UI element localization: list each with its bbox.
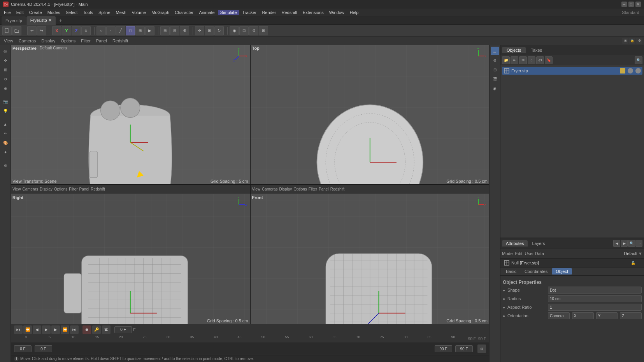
vm-filter[interactable]: Filter [79,38,93,44]
fv-cameras[interactable]: Cameras [262,187,278,191]
end-frame-display2[interactable] [455,345,473,352]
menu-window[interactable]: Window [327,10,347,15]
tree-item-fryer[interactable]: Fryer.stp [502,67,642,75]
lt-scale-btn[interactable]: ⊞ [1,65,10,74]
render-btn[interactable]: ◉ [230,26,239,35]
auto-key-btn[interactable]: 🔑 [92,325,101,334]
vm-panel[interactable]: Panel [94,38,109,44]
prev-key-btn[interactable]: ⏪ [23,325,32,334]
attr-more2-btn[interactable]: ⋯ [637,261,641,265]
menu-redshift[interactable]: Redshift [279,10,299,15]
lt-polygon-btn[interactable]: ▲ [1,120,10,128]
fv-redshift[interactable]: Redshift [330,187,345,191]
attr-edit-btn[interactable]: Edit [515,251,523,256]
menu-spline[interactable]: Spline [96,10,113,15]
lt-lights-btn[interactable]: 💡 [1,107,10,115]
obj-edit-btn[interactable]: ✏ [511,56,518,64]
fv-options[interactable]: Options [293,187,307,191]
tl-settings-btn[interactable]: ⚙ [477,345,486,353]
attr-more-btn[interactable]: ⋯ [635,240,642,247]
motion-clip-btn[interactable]: 📽 [102,325,111,334]
attr-coordinates-tab[interactable]: Coordinates [521,268,551,275]
rv-display[interactable]: Display [40,187,53,191]
poly-mode-btn[interactable]: ◻ [126,26,135,35]
lt-select-btn[interactable]: ◎ [1,47,10,55]
object-mode-btn[interactable]: ○ [97,26,106,35]
grid-snap-btn[interactable]: ⊟ [170,26,179,35]
render-region-btn[interactable]: ⊞ [259,26,268,35]
radius-value[interactable]: 10 cm [548,295,642,302]
rv-redshift[interactable]: Redshift [91,187,105,191]
obj-view-btn[interactable]: 👁 [519,56,527,64]
tab-takes[interactable]: Takes [526,47,547,53]
fv-panel[interactable]: Panel [319,187,329,191]
vm-display[interactable]: Display [39,38,58,44]
rib-objects-btn[interactable]: ☰ [491,47,499,55]
record-btn[interactable]: ⏺ [82,325,91,334]
lt-camera-btn[interactable]: 📷 [1,97,10,106]
rv-cameras[interactable]: Cameras [23,187,39,191]
render-settings-btn[interactable]: ⚙ [249,26,258,35]
menu-create[interactable]: Create [27,10,44,15]
menu-help[interactable]: Help [347,10,361,15]
vm-redshift[interactable]: Redshift [110,38,130,44]
tab-fryer-2[interactable]: Fryer.stp ✕ [26,16,56,25]
coords-btn[interactable]: ⊕ [81,26,91,35]
menu-mesh[interactable]: Mesh [114,10,129,15]
move-tool-btn[interactable]: ✛ [195,26,204,35]
tab-objects[interactable]: Objects [502,47,526,53]
viewport-right[interactable]: View Cameras Display Options Filter Pane… [11,185,250,324]
rib-attr-btn[interactable]: ⚙ [491,56,499,65]
add-tab-button[interactable]: + [56,17,65,24]
rv-view[interactable]: View [12,187,21,191]
undo-button[interactable]: ↩ [27,26,37,35]
uv-mode-btn[interactable]: ⊞ [135,26,145,35]
attr-nav-fwd-btn[interactable]: ▶ [621,240,628,247]
menu-tools[interactable]: Tools [81,10,95,15]
objects-tree[interactable]: Fryer.stp [500,65,644,238]
next-key-btn[interactable]: ⏩ [61,325,69,334]
lt-sculpt-btn[interactable]: ✦ [1,148,10,156]
attr-object-tab[interactable]: Object [552,268,572,275]
go-to-start-btn[interactable]: ⏮ [14,325,23,334]
menu-file[interactable]: File [2,10,13,15]
vp-fullscreen-btn[interactable]: ⊞ [622,38,628,44]
lt-move-btn[interactable]: ✛ [1,56,10,65]
end-frame-display[interactable] [435,345,452,352]
vp-lock-btn[interactable]: 🔒 [629,38,635,44]
attr-basic-tab[interactable]: Basic [502,268,520,275]
step-back-btn[interactable]: ◀ [33,325,41,334]
obj-file-btn[interactable]: 📁 [502,56,510,64]
go-to-end-btn[interactable]: ⏭ [70,325,79,334]
rv-panel[interactable]: Panel [79,187,89,191]
start-frame-display2[interactable] [35,345,52,352]
obj-object-btn[interactable]: ○ [528,56,535,64]
current-frame-input[interactable] [114,326,132,333]
minimize-button[interactable]: ─ [621,2,627,7]
render-to-picture-btn[interactable]: ⊡ [239,26,249,35]
viewport-front[interactable]: View Cameras Display Options Filter Pane… [251,185,490,324]
menu-modes[interactable]: Modes [45,10,63,15]
point-mode-btn[interactable]: · [106,26,116,35]
menu-tracker[interactable]: Tracker [240,10,259,15]
attr-lock-btn[interactable]: 🔒 [631,261,635,265]
viewport-top[interactable]: Top Grid Spacing : 0.5 cm X Y [251,45,490,184]
obj-bookmarks-btn[interactable]: 🔖 [545,56,553,64]
vm-cameras[interactable]: Cameras [16,38,39,44]
menu-extensions[interactable]: Extensions [300,10,326,15]
menu-edit[interactable]: Edit [14,10,26,15]
attr-dropdown-btn[interactable]: ▼ [638,251,642,256]
close-button[interactable]: ✕ [635,2,641,7]
maximize-button[interactable]: □ [628,2,634,7]
vp-settings-btn[interactable]: ⚙ [636,38,642,44]
scale-tool-btn[interactable]: ⊞ [205,26,214,35]
fv-display[interactable]: Display [279,187,292,191]
step-fwd-btn[interactable]: ▶ [51,325,60,334]
play-btn[interactable]: ▶ [42,325,51,334]
rv-filter[interactable]: Filter [69,187,77,191]
obj-tags-btn[interactable]: 🏷 [536,56,544,64]
orientation-z[interactable]: Z [620,312,642,319]
lt-paint-btn[interactable]: 🎨 [1,138,10,147]
vm-options[interactable]: Options [58,38,78,44]
rib-scene-btn[interactable]: 🎬 [491,75,499,83]
